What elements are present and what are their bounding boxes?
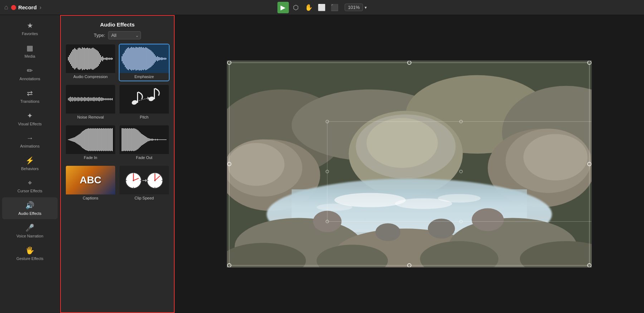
effect-label-clip-speed: Clip Speed [135, 194, 154, 202]
svg-rect-63 [144, 48, 145, 69]
svg-rect-66 [147, 48, 148, 69]
sidebar-item-behaviors[interactable]: ⚡ Behaviors [2, 153, 58, 174]
svg-rect-143 [80, 134, 80, 146]
svg-rect-37 [108, 58, 108, 59]
effect-pitch[interactable]: Pitch [119, 84, 170, 122]
svg-rect-155 [93, 128, 93, 151]
svg-rect-56 [137, 47, 137, 70]
svg-rect-205 [155, 139, 156, 140]
svg-rect-26 [96, 50, 97, 68]
type-select[interactable]: All EQ Dynamics Reverb [108, 31, 141, 39]
waveform-fade-in [66, 125, 115, 154]
svg-rect-6 [74, 48, 75, 69]
sidebar-item-gesture-effects[interactable]: 🖐 Gesture Effects [2, 242, 58, 264]
record-button[interactable]: Record [11, 4, 37, 10]
svg-rect-62 [143, 47, 144, 70]
svg-rect-149 [86, 129, 87, 150]
effect-clip-speed[interactable]: Clip Speed [119, 165, 170, 203]
svg-rect-17 [86, 48, 87, 69]
sidebar-item-voice-narration[interactable]: 🎤 Voice Narration [2, 220, 58, 242]
svg-rect-92 [77, 98, 77, 101]
svg-rect-72 [154, 54, 155, 63]
svg-rect-105 [91, 97, 91, 101]
video-frame[interactable] [227, 61, 592, 268]
svg-rect-49 [129, 48, 130, 69]
home-icon[interactable]: ⌂ [4, 4, 8, 11]
svg-rect-77 [159, 57, 160, 60]
sidebar: ★ Favorites ▦ Media ✏ Annotations ⇄ Tran… [0, 15, 60, 313]
svg-rect-101 [86, 98, 87, 101]
svg-rect-116 [102, 98, 103, 101]
svg-rect-135 [71, 138, 72, 141]
svg-rect-137 [73, 138, 74, 142]
effect-emphasize[interactable]: Emphasize [119, 44, 170, 81]
svg-rect-43 [123, 54, 123, 63]
svg-rect-106 [92, 98, 92, 101]
visual-effects-icon: ✦ [27, 111, 33, 120]
svg-rect-82 [165, 58, 165, 60]
type-select-wrapper[interactable]: All EQ Dynamics Reverb [108, 31, 141, 39]
svg-rect-177 [125, 128, 126, 151]
effect-label-pitch: Pitch [140, 114, 148, 121]
effect-noise-removal[interactable]: Noise Removal [65, 84, 116, 122]
svg-rect-28 [98, 52, 99, 66]
svg-rect-83 [166, 58, 166, 59]
svg-point-244 [228, 143, 284, 186]
svg-rect-196 [145, 136, 146, 143]
effect-captions[interactable]: ABC Captions [65, 165, 116, 203]
svg-rect-74 [156, 57, 157, 61]
effect-audio-compression[interactable]: Audio Compression [65, 44, 116, 81]
svg-rect-61 [142, 48, 143, 70]
sidebar-item-media[interactable]: ▦ Media [2, 40, 58, 62]
svg-rect-171 [110, 128, 111, 151]
svg-rect-212 [162, 139, 163, 140]
svg-rect-25 [95, 49, 96, 68]
audio-effects-panel: Audio Effects Type: All EQ Dynamics Reve… [60, 15, 175, 313]
svg-point-263 [375, 223, 400, 241]
svg-rect-46 [126, 49, 127, 68]
zoom-value[interactable]: 101% [345, 4, 363, 11]
svg-rect-175 [123, 128, 123, 151]
sidebar-item-favorites[interactable]: ★ Favorites [2, 18, 58, 39]
svg-rect-206 [156, 139, 157, 140]
sidebar-item-audio-effects[interactable]: 🔊 Audio Effects [2, 197, 58, 219]
audio-icon: 🔊 [25, 201, 34, 210]
svg-rect-65 [146, 48, 147, 70]
crop-tool-button[interactable]: ⬜ [316, 2, 327, 13]
svg-rect-16 [85, 48, 86, 69]
svg-rect-153 [91, 128, 91, 151]
svg-rect-60 [141, 47, 142, 71]
sidebar-item-transitions[interactable]: ⇄ Transitions [2, 85, 58, 107]
sidebar-item-annotations[interactable]: ✏ Annotations [2, 63, 58, 85]
hand-tool-button[interactable]: ✋ [303, 2, 314, 13]
svg-rect-67 [148, 49, 149, 68]
sidebar-label-audio-effects: Audio Effects [18, 211, 42, 216]
svg-line-130 [137, 98, 148, 101]
svg-rect-165 [103, 128, 104, 151]
zoom-chevron-icon[interactable]: ▾ [365, 5, 367, 10]
svg-rect-97 [82, 97, 83, 101]
sidebar-item-animations[interactable]: → Animations [2, 130, 58, 152]
svg-rect-201 [151, 139, 151, 140]
svg-rect-75 [157, 56, 158, 61]
screen-tool-button[interactable]: ⬛ [329, 2, 340, 13]
svg-rect-213 [164, 139, 164, 140]
sidebar-label-gesture-effects: Gesture Effects [16, 256, 44, 261]
select-tool-button[interactable]: ▶ [277, 2, 289, 13]
svg-rect-172 [111, 129, 112, 151]
effect-fade-out[interactable]: Fade Out [119, 125, 170, 162]
svg-rect-112 [98, 97, 99, 101]
svg-rect-54 [135, 48, 135, 69]
sidebar-item-visual-effects[interactable]: ✦ Visual Effects [2, 108, 58, 130]
effect-fade-in[interactable]: Fade In [65, 125, 116, 162]
topbar-tools: ▶ ⬡ ✋ ⬜ ⬛ 101% ▾ [277, 2, 366, 13]
svg-rect-161 [99, 128, 100, 151]
svg-rect-200 [150, 139, 150, 141]
svg-point-128 [148, 96, 155, 102]
sidebar-item-cursor-effects[interactable]: ⌖ Cursor Effects [2, 175, 58, 197]
svg-rect-123 [110, 98, 111, 100]
nodes-tool-button[interactable]: ⬡ [290, 2, 302, 13]
svg-rect-193 [142, 134, 143, 145]
svg-rect-154 [92, 129, 92, 151]
svg-rect-170 [109, 129, 109, 151]
